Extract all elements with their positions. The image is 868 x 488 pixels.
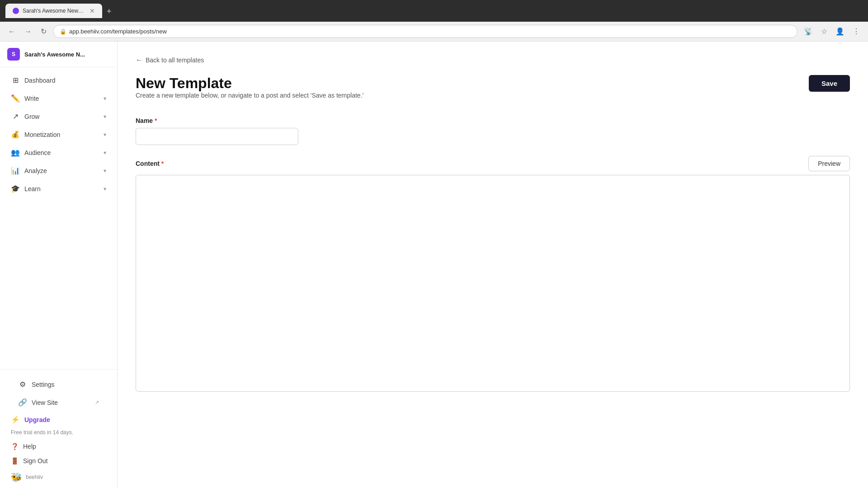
save-button[interactable]: Save: [809, 75, 850, 92]
beehiiv-logo-icon: 🐝: [11, 472, 22, 483]
page-header: New Template Create a new template below…: [136, 75, 850, 113]
beehiiv-brand: 🐝 beehiiv: [7, 468, 110, 483]
page-title: New Template: [136, 75, 363, 92]
sidebar-item-label: Dashboard: [24, 77, 106, 84]
lock-icon: 🔒: [60, 28, 66, 35]
sidebar-item-upgrade[interactable]: ⚡ Upgrade: [7, 412, 110, 427]
chevron-down-icon: ▾: [104, 131, 106, 138]
trial-text: Free trial ends in 14 days.: [7, 427, 110, 439]
brand-initial: S: [12, 51, 15, 57]
nav-back-button[interactable]: ←: [5, 26, 18, 38]
view-site-icon: 🔗: [18, 398, 27, 407]
active-tab[interactable]: Sarah's Awesome Newsletter - b ✕: [5, 4, 102, 18]
sidebar-item-view-site[interactable]: 🔗 View Site ↗: [11, 394, 106, 411]
learn-icon: 🎓: [11, 184, 20, 193]
audience-icon: 👥: [11, 148, 20, 157]
browser-toolbar: ← → ↻ 🔒 app.beehiiv.com/templates/posts/…: [0, 22, 868, 42]
sidebar-bottom: ⚙ Settings 🔗 View Site ↗ ⚡ Upgrade Free …: [0, 369, 117, 488]
sidebar-item-grow[interactable]: ↗ Grow ▾: [4, 108, 113, 125]
write-icon: ✏️: [11, 94, 20, 103]
address-bar[interactable]: 🔒 app.beehiiv.com/templates/posts/new: [53, 25, 797, 38]
sidebar: S Sarah's Awesome N... ⊞ Dashboard ✏️ Wr…: [0, 42, 118, 488]
sidebar-item-label: View Site: [32, 399, 90, 406]
content-section: Content * Preview: [136, 156, 850, 392]
content-header: Content * Preview: [136, 156, 850, 171]
bookmark-button[interactable]: ☆: [818, 25, 830, 38]
url-text: app.beehiiv.com/templates/posts/new: [69, 28, 167, 35]
brand-name: Sarah's Awesome N...: [24, 51, 85, 58]
sidebar-item-learn[interactable]: 🎓 Learn ▾: [4, 180, 113, 197]
chevron-down-icon: ▾: [104, 95, 106, 102]
chevron-down-icon: ▾: [104, 186, 106, 192]
name-input[interactable]: [136, 128, 298, 145]
tab-title: Sarah's Awesome Newsletter - b: [23, 8, 86, 14]
sidebar-item-label: Analyze: [24, 167, 99, 174]
sidebar-item-label: Grow: [24, 113, 99, 120]
required-marker: *: [155, 117, 157, 124]
app-container: S Sarah's Awesome N... ⊞ Dashboard ✏️ Wr…: [0, 42, 868, 488]
monetization-icon: 💰: [11, 130, 20, 139]
sidebar-item-label: Monetization: [24, 131, 99, 138]
help-label: Help: [23, 443, 36, 450]
analyze-icon: 📊: [11, 166, 20, 175]
main-content: ← Back to all templates New Template Cre…: [118, 42, 868, 488]
sidebar-item-audience[interactable]: 👥 Audience ▾: [4, 144, 113, 161]
sidebar-nav: ⊞ Dashboard ✏️ Write ▾ ↗ Grow ▾ 💰 Moneti…: [0, 67, 117, 369]
tab-close-button[interactable]: ✕: [90, 7, 95, 14]
brand-avatar: S: [7, 48, 20, 61]
signout-icon: 🚪: [11, 457, 19, 465]
preview-button[interactable]: Preview: [808, 156, 850, 171]
grow-icon: ↗: [11, 112, 20, 121]
new-tab-button[interactable]: +: [103, 5, 115, 18]
back-arrow-icon: ←: [136, 56, 143, 64]
sidebar-item-label: Audience: [24, 149, 99, 156]
browser-chrome: Sarah's Awesome Newsletter - b ✕ +: [0, 0, 868, 22]
nav-forward-button[interactable]: →: [22, 26, 34, 38]
sidebar-item-label: Settings: [32, 381, 99, 388]
signout-label: Sign Out: [23, 457, 47, 465]
sidebar-item-help[interactable]: ❓ Help: [7, 439, 110, 454]
page-description: Create a new template below, or navigate…: [136, 92, 363, 99]
upgrade-label: Upgrade: [24, 416, 50, 423]
page-title-group: New Template Create a new template below…: [136, 75, 363, 113]
sidebar-brand: S Sarah's Awesome N...: [0, 42, 117, 67]
nav-refresh-button[interactable]: ↻: [38, 25, 49, 38]
upgrade-icon: ⚡: [11, 415, 20, 424]
sidebar-item-analyze[interactable]: 📊 Analyze ▾: [4, 162, 113, 179]
beehiiv-label: beehiiv: [26, 474, 43, 480]
sidebar-item-write[interactable]: ✏️ Write ▾: [4, 89, 113, 107]
chevron-down-icon: ▾: [104, 113, 106, 120]
sidebar-item-monetization[interactable]: 💰 Monetization ▾: [4, 126, 113, 143]
sidebar-item-signout[interactable]: 🚪 Sign Out: [7, 454, 110, 468]
sidebar-item-dashboard[interactable]: ⊞ Dashboard: [4, 71, 113, 89]
tab-favicon: [13, 8, 19, 14]
chevron-down-icon: ▾: [104, 168, 106, 174]
chevron-down-icon: ▾: [104, 150, 106, 156]
cast-button[interactable]: 📡: [801, 25, 816, 38]
help-icon: ❓: [11, 443, 19, 450]
name-section: Name *: [136, 117, 850, 145]
browser-tabs: Sarah's Awesome Newsletter - b ✕ +: [5, 4, 115, 18]
content-label: Content *: [136, 160, 164, 167]
content-editor[interactable]: [136, 175, 850, 392]
menu-button[interactable]: ⋮: [850, 25, 863, 38]
sidebar-item-label: Write: [24, 95, 99, 102]
sidebar-item-label: Learn: [24, 185, 99, 192]
settings-icon: ⚙: [18, 380, 27, 389]
external-link-icon: ↗: [95, 399, 99, 405]
toolbar-actions: 📡 ☆ 👤 ⋮: [801, 25, 863, 38]
back-link[interactable]: ← Back to all templates: [136, 56, 850, 64]
dashboard-icon: ⊞: [11, 76, 20, 84]
sidebar-item-settings[interactable]: ⚙ Settings: [11, 375, 106, 393]
back-link-label: Back to all templates: [146, 56, 204, 64]
profile-button[interactable]: 👤: [833, 25, 847, 38]
name-label: Name *: [136, 117, 850, 124]
content-required-marker: *: [161, 160, 164, 167]
